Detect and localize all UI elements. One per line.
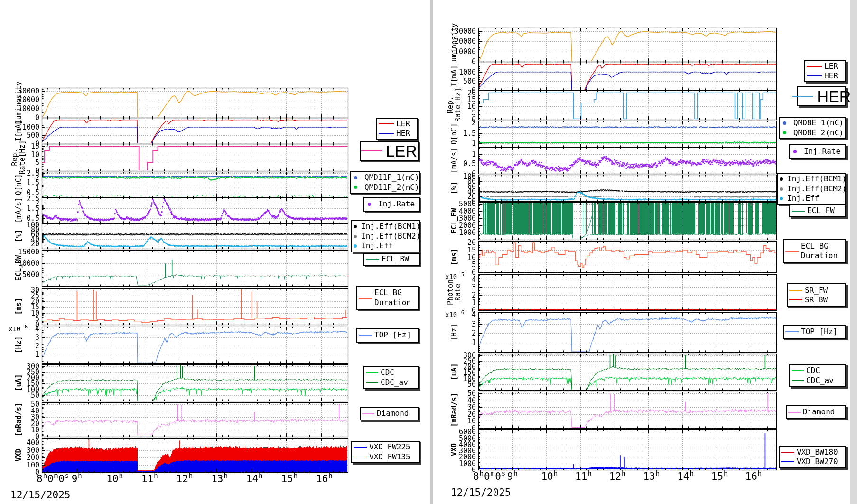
legend-current-ler-her: LER HER xyxy=(376,118,418,140)
legend-vxd-bw: VXD_BW180 VXD_BW270 xyxy=(779,446,846,468)
legend-inj-eff-left: Inj.Eff(BCM1) Inj.Eff(BCM2) Inj.Eff xyxy=(351,220,420,252)
legend-label: CDC_av xyxy=(806,376,834,385)
legend-label: QMD8E_2(nC) xyxy=(793,128,844,138)
legend-ecl-fw: ECL_FW xyxy=(789,205,846,217)
legend-entry: Inj.Eff(BCM2) xyxy=(354,232,418,241)
legend-sr: SR_FW SR_BW xyxy=(787,283,846,307)
ler-reprate-line-swatch xyxy=(361,150,382,151)
legend-label: TOP [Hz] xyxy=(374,330,411,340)
legend-label: SR_BW xyxy=(805,295,828,305)
legend-label: Inj.Eff(BCM1) xyxy=(787,174,847,184)
legend-label: Inj.Eff(BCM2) xyxy=(361,232,420,241)
vxd-bw180-line-swatch xyxy=(781,452,794,453)
legend-entry: TOP [Hz] xyxy=(785,327,844,336)
legend-entry: QMD8E_1(nC) xyxy=(781,118,844,128)
legend-label: LER xyxy=(824,62,838,71)
legend-entry: HER xyxy=(807,71,844,81)
monitor-charts-canvas xyxy=(0,0,857,504)
legend-label: Inj.Rate xyxy=(378,199,415,209)
legend-cdc-right: CDC CDC_av xyxy=(789,364,846,387)
legend-entry: SR_BW xyxy=(789,295,844,305)
vxd-fw135-line-swatch xyxy=(354,457,367,457)
legend-reprate-her-big: HER xyxy=(797,86,846,106)
legend-label: VXD_FW135 xyxy=(369,452,410,462)
legend-entry: CDC_av xyxy=(366,378,417,387)
qmd11p2-dot-swatch xyxy=(354,186,357,189)
legend-entry: Inj.Eff xyxy=(354,241,418,251)
legend-entry: Inj.Eff(BCM1) xyxy=(780,174,844,184)
legend-label: VXD_FW225 xyxy=(369,442,410,452)
top-line-swatch xyxy=(359,335,372,336)
legend-top-left: TOP [Hz] xyxy=(356,328,419,343)
qmd8e1-dot-swatch xyxy=(783,121,786,125)
diamond-line-swatch xyxy=(362,413,374,414)
legend-entry: Diamond xyxy=(788,407,844,417)
legend-entry: VXD_BW180 xyxy=(781,448,844,457)
legend-qmd8e: QMD8E_1(nC) QMD8E_2(nC) xyxy=(779,117,846,139)
inj-eff-dot-swatch xyxy=(780,197,783,200)
legend-current-ler-her-right: LER HER xyxy=(804,60,846,82)
cdc-line-swatch xyxy=(366,372,378,373)
her-line-swatch xyxy=(807,75,822,76)
legend-entry: VXD_FW225 xyxy=(354,442,418,452)
legend-label: QMD8E_1(nC) xyxy=(793,118,844,128)
inj-eff-bcm2-dot-swatch xyxy=(354,235,357,238)
legend-label: ECL BG Duration xyxy=(374,288,411,308)
legend-label: Diamond xyxy=(803,407,835,417)
cdc-av-line-swatch xyxy=(792,380,804,381)
sr-fw-line-swatch xyxy=(789,290,802,291)
legend-entry: CDC_av xyxy=(792,376,844,385)
legend-entry: LER xyxy=(807,62,844,71)
legend-ecl-bg-left: ECL BG Duration xyxy=(356,286,419,310)
legend-label: HER xyxy=(824,71,838,81)
ecl-fw-line-swatch xyxy=(792,211,805,212)
ecl-bw-line-swatch xyxy=(366,259,379,260)
inj-rate-dot-swatch xyxy=(368,203,371,206)
top-line-swatch xyxy=(785,331,799,332)
legend-label: TOP [Hz] xyxy=(801,327,838,336)
legend-label: HER xyxy=(817,87,851,106)
legend-entry: Inj.Eff(BCM1) xyxy=(354,222,418,231)
legend-entry: QMD11P_1(nC) xyxy=(352,173,418,182)
beam-monitor-screen: { "shared_points": { "lumi": [[8,300],[8… xyxy=(0,0,857,504)
legend-vxd-fw: VXD_FW225 VXD_FW135 xyxy=(351,441,420,463)
legend-entry: TOP [Hz] xyxy=(359,330,417,340)
ler-line-swatch xyxy=(807,66,822,67)
legend-reprate-ler-big: LER xyxy=(360,141,419,161)
legend-label: CDC_av xyxy=(381,378,408,387)
cdc-av-line-swatch xyxy=(366,382,378,383)
legend-entry: CDC xyxy=(366,368,417,377)
vxd-bw270-line-swatch xyxy=(781,461,794,462)
legend-top-right: TOP [Hz] xyxy=(783,325,846,339)
ecl-bg-line-swatch xyxy=(785,251,799,252)
legend-entry: Inj.Rate xyxy=(792,147,844,156)
inj-rate-dot-swatch xyxy=(793,150,797,153)
legend-label: Inj.Eff(BCM1) xyxy=(361,222,420,231)
legend-label: VXD_BW180 xyxy=(797,448,838,457)
legend-entry: QMD8E_2(nC) xyxy=(781,128,844,138)
legend-label: LER xyxy=(386,142,417,160)
legend-entry: SR_FW xyxy=(789,286,844,295)
ecl-bg-line-swatch xyxy=(359,298,372,299)
legend-label: HER xyxy=(396,129,410,138)
left-date-label: 12/15/2025 xyxy=(10,489,70,501)
qmd8e2-dot-swatch xyxy=(783,131,786,134)
legend-label: LER xyxy=(396,119,410,129)
legend-label: CDC xyxy=(806,366,820,375)
legend-entry: HER xyxy=(800,87,844,106)
right-date-label: 12/15/2025 xyxy=(451,487,511,498)
cdc-line-swatch xyxy=(792,370,804,371)
vxd-fw225-line-swatch xyxy=(354,447,367,448)
qmd11p1-dot-swatch xyxy=(354,176,357,179)
inj-eff-bcm2-dot-swatch xyxy=(780,187,783,191)
legend-entry: Diamond xyxy=(362,409,417,418)
legend-label: Inj.Rate xyxy=(804,147,840,156)
legend-cdc-left: CDC CDC_av xyxy=(363,366,419,389)
legend-label: ECL_FW xyxy=(807,206,835,215)
legend-inj-eff-right: Inj.Eff(BCM1) Inj.Eff(BCM2) Inj.Eff xyxy=(777,173,846,205)
diamond-line-swatch xyxy=(788,412,801,413)
inj-eff-bcm1-dot-swatch xyxy=(780,177,783,181)
legend-entry: LER xyxy=(362,142,416,160)
her-line-swatch xyxy=(379,133,394,134)
legend-label: Inj.Eff(BCM2) xyxy=(787,184,847,194)
